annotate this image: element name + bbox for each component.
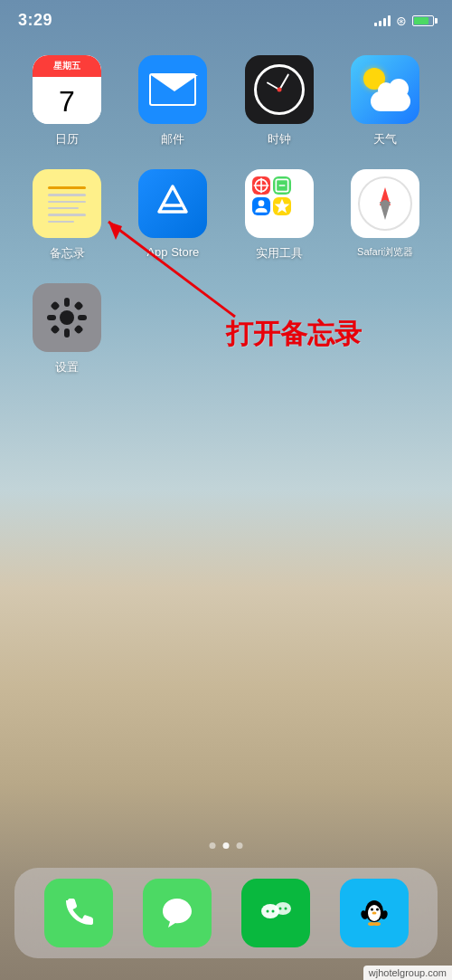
dock-wechat[interactable]	[241, 879, 310, 947]
svg-point-23	[278, 908, 281, 910]
clock-icon	[245, 55, 314, 124]
weather-label: 天气	[373, 131, 397, 147]
app-calendar[interactable]: 星期五 7 日历	[22, 55, 112, 147]
signal-icon	[374, 15, 391, 26]
svg-point-30	[376, 909, 379, 911]
mail-icon	[138, 55, 207, 124]
svg-point-35	[373, 922, 381, 926]
annotation-text: 打开备忘录	[226, 316, 362, 353]
weather-icon	[351, 55, 419, 124]
clock-label: 时钟	[268, 131, 291, 147]
messages-icon	[143, 879, 212, 947]
battery-icon	[412, 15, 434, 26]
mail-label: 邮件	[161, 131, 184, 147]
svg-point-24	[284, 908, 287, 910]
calendar-date: 7	[59, 87, 75, 116]
watermark: wjhotelgroup.com	[363, 966, 452, 980]
wechat-icon	[241, 879, 310, 947]
app-row-1: 星期五 7 日历 邮件	[22, 55, 430, 147]
app-weather[interactable]: 天气	[340, 55, 430, 147]
dock-qq[interactable]	[340, 879, 409, 947]
page-dot-1[interactable]	[210, 842, 216, 849]
svg-point-21	[266, 910, 268, 913]
safari-label: Safari浏览器	[357, 245, 413, 259]
page-dot-2[interactable]	[223, 842, 230, 849]
calendar-label: 日历	[55, 131, 79, 147]
app-mail[interactable]: 邮件	[127, 55, 218, 147]
dock	[14, 868, 438, 958]
page-dot-3[interactable]	[237, 842, 243, 849]
status-icons: ⊛	[374, 14, 434, 28]
app-clock[interactable]: 时钟	[234, 55, 325, 147]
svg-point-29	[371, 909, 373, 911]
page-dots	[210, 842, 243, 849]
status-bar: 3:29 ⊛	[0, 0, 452, 37]
qq-icon	[340, 879, 409, 947]
dock-messages[interactable]	[143, 879, 212, 947]
phone-icon	[44, 879, 113, 947]
svg-point-31	[372, 912, 376, 915]
svg-line-17	[108, 222, 235, 317]
dock-phone[interactable]	[44, 879, 113, 947]
status-time: 3:29	[18, 11, 52, 30]
wifi-icon: ⊛	[396, 14, 407, 28]
calendar-icon: 星期五 7	[33, 55, 101, 124]
svg-point-20	[275, 902, 291, 915]
svg-point-22	[271, 910, 274, 913]
calendar-header: 星期五	[33, 55, 101, 77]
annotation-container: 打开备忘录	[54, 172, 362, 371]
